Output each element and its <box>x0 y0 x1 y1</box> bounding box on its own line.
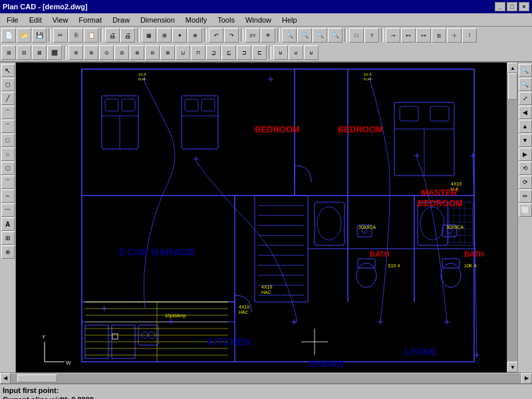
menu-dimension[interactable]: Dimension <box>135 13 180 26</box>
scroll-down-button[interactable]: ▼ <box>507 362 518 372</box>
tb-copy[interactable]: ⎘ <box>68 28 83 43</box>
scroll-track[interactable] <box>507 73 517 362</box>
rt-pan-right[interactable]: ▶ <box>519 148 532 161</box>
drawing-area[interactable]: 4X10 HAC 30X6CA 30X6CA 4X10 H A S10 4 10… <box>16 63 507 372</box>
rt-zoom-all[interactable]: ⤢ <box>519 92 532 105</box>
tb-r6[interactable]: ⊚ <box>84 45 98 60</box>
tb-z2[interactable]: 🔍 <box>297 28 312 43</box>
lt-hatch[interactable]: ⊞ <box>1 231 15 245</box>
rt-pan-up[interactable]: ▲ <box>519 120 532 133</box>
lt-circle[interactable]: ○ <box>1 148 15 161</box>
tb-dim4[interactable]: ⊵ <box>432 28 446 43</box>
tb-r18[interactable]: ⊎ <box>273 45 288 60</box>
tb-dim1[interactable]: ⊸ <box>386 28 400 43</box>
lt-text[interactable]: A <box>1 217 15 231</box>
hscroll-track[interactable] <box>11 374 521 383</box>
main-area: ↖ ◻ ╱ ⌒ ⌒ □ ○ ⬡ ⌒ ~ 〰 A ⊞ ⊕ <box>0 63 532 372</box>
tb-z3[interactable]: 🔍 <box>313 28 327 43</box>
tb-q1[interactable]: □ <box>349 28 364 43</box>
tb-r19[interactable]: ⊍ <box>289 45 303 60</box>
scroll-up-button[interactable]: ▲ <box>507 63 518 73</box>
menu-draw[interactable]: Draw <box>107 13 135 26</box>
scroll-right-button[interactable]: ▶ <box>521 373 532 384</box>
lt-curve[interactable]: ⌒ <box>1 176 15 189</box>
tb-r7[interactable]: ⊙ <box>99 45 114 60</box>
tb-r13[interactable]: ⊓ <box>191 45 205 60</box>
close-button[interactable]: × <box>519 2 529 11</box>
tb-snap1[interactable]: XY <box>245 28 260 43</box>
rt-pan-left[interactable]: ◀ <box>519 106 532 119</box>
scroll-thumb[interactable] <box>508 73 517 100</box>
tb-r5[interactable]: ⊛ <box>68 45 83 60</box>
lt-arc2[interactable]: ⌒ <box>1 120 15 133</box>
lt-block[interactable]: ⊕ <box>1 245 15 259</box>
rt-rotate-cw[interactable]: ⟳ <box>519 176 532 189</box>
rt-zoom-out[interactable]: 🔍 <box>519 78 532 91</box>
rt-rotate-ccw[interactable]: ⟲ <box>519 162 532 175</box>
rt-erase[interactable]: ⬜ <box>519 203 532 217</box>
tb-undo[interactable]: ↶ <box>209 28 223 43</box>
menu-edit[interactable]: Edit <box>24 13 47 26</box>
tb-b1[interactable]: ▦ <box>142 28 156 43</box>
tb-r16[interactable]: ⊐ <box>237 45 251 60</box>
tb-paste[interactable]: 📋 <box>84 28 98 43</box>
menu-view[interactable]: View <box>47 13 74 26</box>
tb-r11[interactable]: ⊕ <box>160 45 175 60</box>
tb-r9[interactable]: ⊗ <box>130 45 144 60</box>
menu-format[interactable]: Format <box>73 13 107 26</box>
hscroll-thumb[interactable] <box>17 374 57 382</box>
tb-r20[interactable]: ⊌ <box>304 45 319 60</box>
tb-z4[interactable]: 🔍 <box>328 28 342 43</box>
tb-save[interactable]: 💾 <box>32 28 47 43</box>
minimize-button[interactable]: _ <box>495 2 505 11</box>
tb-z1[interactable]: 🔍 <box>282 28 297 43</box>
rt-pan-down[interactable]: ▼ <box>519 134 532 147</box>
rt-pen[interactable]: ✏ <box>519 190 532 203</box>
lt-arc1[interactable]: ⌒ <box>1 106 15 119</box>
svg-text:4X10: 4X10 <box>261 285 272 289</box>
lt-select[interactable]: ↖ <box>1 64 15 77</box>
rt-zoom-in[interactable]: 🔍 <box>519 64 532 77</box>
svg-text:Y: Y <box>42 334 46 340</box>
tb-dim6[interactable]: ⊺ <box>462 28 477 43</box>
maximize-button[interactable]: □ <box>507 2 517 11</box>
cad-canvas: 4X10 HAC 30X6CA 30X6CA 4X10 H A S10 4 10… <box>16 63 507 372</box>
lt-rect[interactable]: ◻ <box>1 78 15 91</box>
menu-help[interactable]: Help <box>277 13 303 26</box>
lt-spline[interactable]: ~ <box>1 190 15 203</box>
tb-b4[interactable]: ⊕ <box>188 28 202 43</box>
tb-r14[interactable]: ⊒ <box>206 45 221 60</box>
tb-r12[interactable]: ⊔ <box>176 45 190 60</box>
tb-q2[interactable]: ? <box>364 28 379 43</box>
menu-modify[interactable]: Modify <box>180 13 212 26</box>
tb-dim3[interactable]: ⊶ <box>416 28 431 43</box>
tb-b2[interactable]: ⊞ <box>157 28 172 43</box>
tb-r2[interactable]: ⊟ <box>17 45 31 60</box>
tb-r4[interactable]: ⬛ <box>47 45 62 60</box>
tb-b3[interactable]: ✦ <box>172 28 187 43</box>
tb-open[interactable]: 📂 <box>17 28 31 43</box>
tb-r8[interactable]: ⊘ <box>114 45 129 60</box>
tb-r3[interactable]: ⊠ <box>32 45 47 60</box>
menu-tools[interactable]: Tools <box>212 13 240 26</box>
tb-redo[interactable]: ↷ <box>224 28 239 43</box>
tb-dim5[interactable]: ⊹ <box>447 28 462 43</box>
tb-print2[interactable]: 🖨 <box>120 28 135 43</box>
menu-window[interactable]: Window <box>240 13 277 26</box>
lt-wave[interactable]: 〰 <box>1 203 15 217</box>
tb-r15[interactable]: ⊑ <box>221 45 236 60</box>
tb-print[interactable]: 🖨 <box>105 28 120 43</box>
tb-new[interactable]: 📄 <box>1 28 16 43</box>
lt-poly[interactable]: ⬡ <box>1 162 15 175</box>
tb-sep1 <box>49 29 51 42</box>
tb-r17[interactable]: ⊏ <box>252 45 267 60</box>
tb-r1[interactable]: ⊞ <box>1 45 16 60</box>
lt-box[interactable]: □ <box>1 134 15 147</box>
menu-file[interactable]: File <box>1 13 24 26</box>
tb-dim2[interactable]: ⊷ <box>401 28 416 43</box>
tb-snap2[interactable]: ⊕ <box>261 28 275 43</box>
scroll-left-button[interactable]: ◀ <box>0 373 11 384</box>
tb-r10[interactable]: ⊖ <box>145 45 160 60</box>
tb-cut[interactable]: ✂ <box>53 28 68 43</box>
lt-line[interactable]: ╱ <box>1 92 15 105</box>
